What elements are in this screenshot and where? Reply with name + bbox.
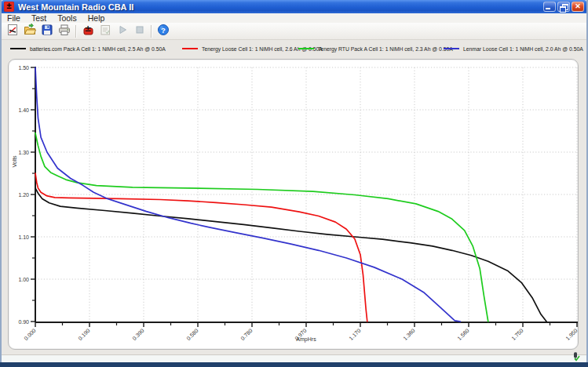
window-bottom-border xyxy=(0,362,588,367)
help-icon: ? xyxy=(157,24,170,39)
legend-swatch xyxy=(444,48,459,49)
svg-text:1.950: 1.950 xyxy=(564,328,578,341)
help-button[interactable]: ? xyxy=(155,24,172,39)
legend-label: Lenmar Loose Cell 1: 1 NiMH cell, 2.0 Ah… xyxy=(463,46,583,52)
svg-text:0.000: 0.000 xyxy=(23,328,36,341)
close-button[interactable]: ✕ xyxy=(572,2,584,12)
svg-text:0.90: 0.90 xyxy=(18,319,29,325)
save-button[interactable] xyxy=(38,24,56,39)
svg-text:1.10: 1.10 xyxy=(18,234,29,240)
chart-panel: 0.0000.1900.3900.5800.7800.9701.1701.360… xyxy=(8,59,579,350)
series-curve xyxy=(35,188,546,322)
svg-text:1.30: 1.30 xyxy=(18,150,29,155)
svg-text:1.170: 1.170 xyxy=(348,328,361,341)
open-file-icon xyxy=(24,24,36,39)
cba-device-icon: ± xyxy=(82,24,94,39)
svg-text:1.360: 1.360 xyxy=(402,328,415,341)
save-icon xyxy=(41,24,53,39)
menu-file[interactable]: File xyxy=(2,13,26,23)
svg-text:AmpHrs: AmpHrs xyxy=(296,336,316,343)
menu-help[interactable]: Help xyxy=(82,13,111,23)
menu-test[interactable]: Test xyxy=(26,13,52,23)
print-icon xyxy=(58,24,71,39)
window-title: West Mountain Radio CBA II xyxy=(18,2,543,12)
stop-test-button xyxy=(131,24,148,39)
new-graph-button[interactable] xyxy=(4,24,21,39)
svg-text:Volts: Volts xyxy=(12,155,17,168)
toolbar-separator xyxy=(75,25,77,38)
toolbar: ±? xyxy=(2,23,586,40)
toolbar-separator xyxy=(151,25,152,38)
print-button[interactable] xyxy=(56,24,73,39)
svg-text:1.00: 1.00 xyxy=(18,277,29,282)
svg-text:1.560: 1.560 xyxy=(456,328,469,341)
cba-device-button[interactable]: ± xyxy=(79,24,97,39)
svg-text:1.750: 1.750 xyxy=(510,328,524,341)
legend-swatch xyxy=(10,48,26,49)
svg-text:1.20: 1.20 xyxy=(18,192,29,198)
statusbar xyxy=(2,355,586,362)
app-icon: ± xyxy=(4,2,14,12)
svg-text:±: ± xyxy=(84,24,91,34)
menu-tools[interactable]: Tools xyxy=(52,13,82,23)
svg-text:1.50: 1.50 xyxy=(18,65,29,71)
titlebar: ± West Mountain Radio CBA II ✕ xyxy=(2,0,586,13)
window-controls: ✕ xyxy=(543,2,584,12)
menubar: FileTestToolsHelp xyxy=(2,13,586,23)
legend-label: Tenergy RTU Pack A Cell 1: 1 NiMH cell, … xyxy=(318,46,453,52)
close-icon: ✕ xyxy=(572,2,583,11)
app-window: ± West Mountain Radio CBA II ✕ FileTestT… xyxy=(0,0,588,367)
legend-swatch xyxy=(182,48,198,49)
svg-text:1.40: 1.40 xyxy=(18,107,29,113)
new-graph-icon xyxy=(6,24,19,39)
test-notes-icon xyxy=(99,24,111,39)
minimize-button[interactable] xyxy=(543,2,556,12)
svg-text:0.580: 0.580 xyxy=(185,328,199,341)
start-test-button xyxy=(114,24,131,39)
restore-button[interactable] xyxy=(557,2,570,12)
legend-item: batteries.com Pack A Cell 1: 1 NiMH cell… xyxy=(10,44,166,53)
discharge-chart: 0.0000.1900.3900.5800.7800.9701.1701.360… xyxy=(9,60,578,349)
legend-label: batteries.com Pack A Cell 1: 1 NiMH cell… xyxy=(30,46,166,52)
legend-item: Lenmar Loose Cell 1: 1 NiMH cell, 2.0 Ah… xyxy=(444,44,583,53)
svg-text:0.390: 0.390 xyxy=(131,328,144,341)
stop-test-icon xyxy=(133,24,146,39)
legend-swatch xyxy=(298,48,314,49)
start-test-icon xyxy=(116,24,129,39)
svg-text:0.190: 0.190 xyxy=(77,328,90,341)
test-notes-button xyxy=(97,24,114,39)
legend-item: Tenergy RTU Pack A Cell 1: 1 NiMH cell, … xyxy=(298,44,453,53)
series-curve xyxy=(35,173,367,322)
open-file-button[interactable] xyxy=(21,24,38,39)
svg-text:?: ? xyxy=(161,25,166,34)
content-area: batteries.com Pack A Cell 1: 1 NiMH cell… xyxy=(2,40,586,354)
svg-text:0.780: 0.780 xyxy=(239,328,253,341)
